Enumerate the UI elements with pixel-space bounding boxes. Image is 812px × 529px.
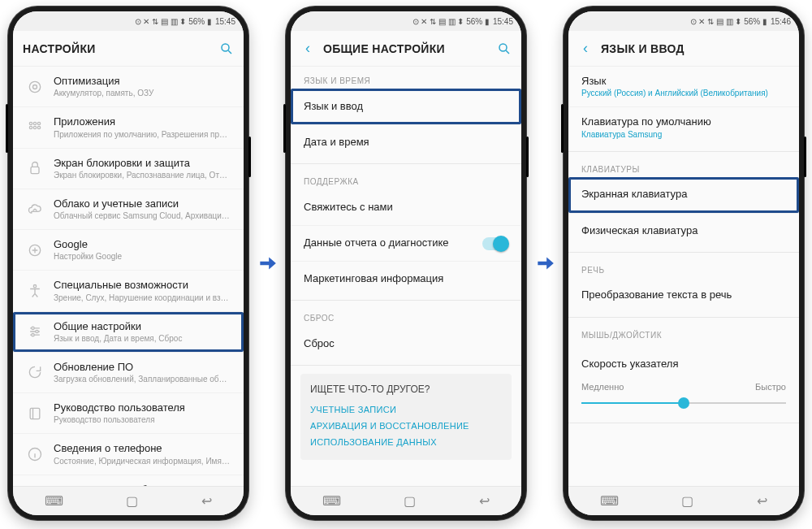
- general-settings-list[interactable]: ЯЗЫК И ВРЕМЯ Язык и ввод Дата и время ПО…: [291, 67, 521, 486]
- optimize-icon: [26, 78, 44, 96]
- settings-row-access[interactable]: Специальные возможности Зрение, Слух, На…: [13, 270, 244, 310]
- sliders-icon: [26, 323, 44, 340]
- home-button[interactable]: ▢: [404, 493, 416, 509]
- settings-row[interactable]: Дата и время: [291, 124, 521, 160]
- page-title: НАСТРОЙКИ: [23, 42, 211, 55]
- settings-row[interactable]: Физическая клавиатура: [568, 213, 799, 249]
- settings-list[interactable]: Оптимизация Аккумулятор, память, ОЗУ При…: [13, 67, 244, 486]
- step-arrow-icon: [533, 253, 557, 274]
- section-label: ПОДДЕРЖКА: [291, 167, 521, 189]
- row-subtitle: Руководство пользователя: [54, 414, 231, 425]
- google-icon: [26, 241, 44, 259]
- svg-point-15: [32, 334, 34, 336]
- svg-line-1: [228, 50, 231, 54]
- row-label: Сброс: [304, 337, 508, 350]
- recents-button[interactable]: ⌨: [600, 493, 619, 509]
- svg-line-21: [506, 50, 509, 54]
- status-icons: ⊙ ✕ ⇅ ▤ ▥ ⬍ 56% ▮: [135, 17, 212, 26]
- settings-row[interactable]: Язык Русский (Россия) и Английский (Вели…: [568, 67, 799, 106]
- lang-input-list[interactable]: Язык Русский (Россия) и Английский (Вели…: [568, 67, 799, 486]
- android-navbar: ⌨ ▢ ↩: [13, 486, 244, 515]
- status-icons: ⊙ ✕ ⇅ ▤ ▥ ⬍ 56% ▮: [690, 17, 767, 26]
- status-bar: ⊙ ✕ ⇅ ▤ ▥ ⬍ 56% ▮ 15:46: [568, 11, 799, 31]
- screen: ⊙ ✕ ⇅ ▤ ▥ ⬍ 56% ▮ 15:45 НАСТРОЙКИ Оптими…: [13, 11, 244, 515]
- row-label: Клавиатура по умолчанию: [581, 115, 786, 128]
- suggestion-link[interactable]: УЧЕТНЫЕ ЗАПИСИ: [310, 401, 502, 418]
- lock-icon: [26, 159, 44, 177]
- settings-row-dev[interactable]: Параметры разработчика Параметры разрабо…: [13, 475, 244, 487]
- settings-row[interactable]: Свяжитесь с нами: [291, 189, 521, 225]
- settings-row-google[interactable]: Google Настройки Google: [13, 229, 244, 270]
- row-label: Оптимизация: [54, 75, 231, 88]
- row-subtitle: Настройки Google: [54, 251, 231, 262]
- settings-row-apps[interactable]: Приложения Приложения по умолчанию, Разр…: [13, 106, 244, 147]
- row-label: Руководство пользователя: [54, 401, 231, 414]
- section-label: РЕЧЬ: [568, 256, 799, 278]
- update-icon: [26, 363, 44, 381]
- settings-row[interactable]: Маркетинговая информация: [291, 261, 521, 297]
- row-label: Язык и ввод: [304, 100, 508, 113]
- svg-point-12: [33, 284, 36, 287]
- row-label: Специальные возможности: [54, 279, 231, 292]
- row-label: Физическая клавиатура: [581, 224, 786, 237]
- section-label: МЫШЬ/ДЖОЙСТИК: [568, 321, 799, 343]
- svg-point-6: [37, 122, 40, 124]
- row-subtitle: Загрузка обновлений, Запланированные обн…: [54, 374, 231, 384]
- settings-row[interactable]: Клавиатура по умолчанию Клавиатура Samsu…: [568, 106, 799, 147]
- back-button[interactable]: ↩: [201, 493, 212, 509]
- page-title: ОБЩИЕ НАСТРОЙКИ: [323, 42, 489, 55]
- recents-button[interactable]: ⌨: [322, 493, 341, 509]
- settings-row[interactable]: Преобразование текста в речь: [568, 278, 799, 314]
- section-label: ЯЗЫК И ВРЕМЯ: [291, 67, 521, 89]
- row-subtitle: Русский (Россия) и Английский (Великобри…: [581, 88, 786, 98]
- settings-row: Скорость указателя: [568, 343, 799, 379]
- settings-row-book[interactable]: Руководство пользователя Руководство пол…: [13, 392, 244, 433]
- status-time: 15:45: [215, 17, 235, 26]
- settings-row[interactable]: Язык и ввод: [291, 89, 521, 124]
- suggestion-link[interactable]: АРХИВАЦИЯ И ВОССТАНОВЛЕНИЕ: [310, 418, 502, 434]
- home-button[interactable]: ▢: [126, 493, 138, 509]
- row-label: Обновление ПО: [54, 361, 231, 374]
- back-icon[interactable]: ‹: [300, 40, 315, 57]
- section-label: СБРОС: [291, 304, 521, 326]
- slider-max-label: Быстро: [755, 382, 786, 392]
- svg-point-2: [29, 81, 40, 92]
- search-icon[interactable]: [497, 41, 512, 56]
- back-icon[interactable]: ‹: [578, 40, 593, 57]
- back-button[interactable]: ↩: [757, 493, 767, 509]
- svg-point-0: [222, 44, 229, 51]
- row-subtitle: Зрение, Слух, Нарушение координации и вз…: [54, 293, 231, 303]
- svg-point-20: [499, 44, 507, 51]
- home-button[interactable]: ▢: [681, 493, 693, 509]
- settings-row-sliders[interactable]: Общие настройки Язык и ввод, Дата и врем…: [13, 311, 244, 352]
- step-arrow-icon: [255, 253, 279, 274]
- row-label: Облако и учетные записи: [54, 197, 231, 210]
- recents-button[interactable]: ⌨: [45, 493, 63, 509]
- status-bar: ⊙ ✕ ⇅ ▤ ▥ ⬍ 56% ▮ 15:45: [13, 11, 244, 31]
- row-subtitle: Аккумулятор, память, ОЗУ: [54, 88, 231, 98]
- status-time: 15:45: [493, 17, 513, 26]
- settings-row[interactable]: Экранная клавиатура: [568, 177, 799, 213]
- suggestions-card: ИЩЕТЕ ЧТО-ТО ДРУГОЕ? УЧЕТНЫЕ ЗАПИСИАРХИВ…: [300, 374, 512, 460]
- suggestion-link[interactable]: ИСПОЛЬЗОВАНИЕ ДАННЫХ: [310, 434, 502, 450]
- settings-row-cloud[interactable]: Облако и учетные записи Облачный сервис …: [13, 189, 244, 229]
- svg-point-7: [29, 126, 32, 128]
- row-label: Маркетинговая информация: [304, 272, 508, 285]
- settings-row[interactable]: Сброс: [291, 326, 521, 362]
- svg-point-14: [36, 330, 38, 332]
- toggle-switch[interactable]: [482, 237, 508, 250]
- pointer-speed-slider[interactable]: Медленно Быстро: [568, 379, 799, 419]
- settings-row[interactable]: Данные отчета о диагностике: [291, 225, 521, 261]
- slider-min-label: Медленно: [581, 382, 624, 392]
- page-title: ЯЗЫК И ВВОД: [601, 42, 789, 55]
- card-title: ИЩЕТЕ ЧТО-ТО ДРУГОЕ?: [310, 384, 502, 395]
- svg-point-9: [37, 126, 40, 128]
- row-subtitle: Приложения по умолчанию, Разрешения прил…: [54, 129, 231, 140]
- header: ‹ ЯЗЫК И ВВОД: [568, 31, 799, 67]
- settings-row-lock[interactable]: Экран блокировки и защита Экран блокиров…: [13, 148, 244, 189]
- back-button[interactable]: ↩: [479, 493, 490, 509]
- settings-row-optimize[interactable]: Оптимизация Аккумулятор, память, ОЗУ: [13, 67, 244, 106]
- settings-row-update[interactable]: Обновление ПО Загрузка обновлений, Запла…: [13, 352, 244, 392]
- search-icon[interactable]: [219, 41, 234, 56]
- settings-row-info[interactable]: Сведения о телефоне Состояние, Юридическ…: [13, 433, 244, 474]
